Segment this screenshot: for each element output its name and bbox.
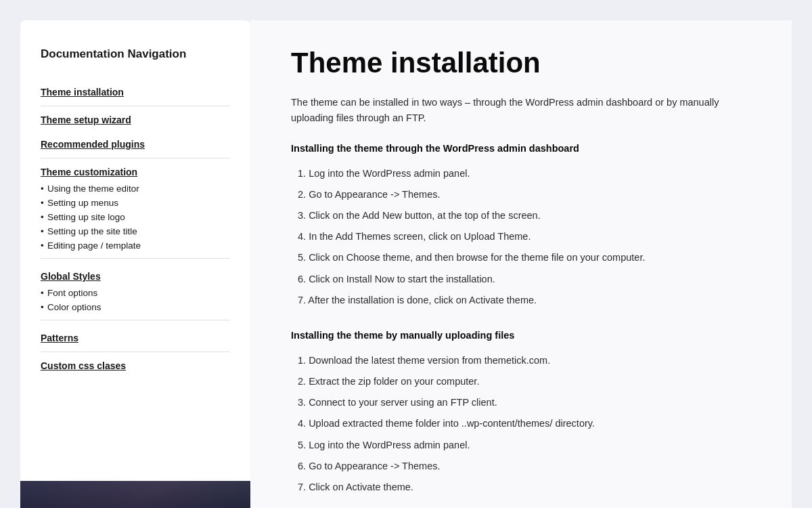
sub-item-site-logo[interactable]: Setting up site logo (41, 210, 230, 224)
intro-paragraph: The theme can be installed in two ways –… (291, 95, 738, 126)
list-item: Log into the WordPress admin panel. (298, 435, 758, 456)
section-heading-ftp: Installing the theme by manually uploadi… (291, 330, 758, 341)
page-title: Theme installation (291, 47, 758, 79)
nav-section-global-styles: Global Styles Font options Color options (41, 264, 230, 326)
list-item: Log into the WordPress admin panel. (298, 163, 758, 184)
sub-item-site-title[interactable]: Setting up the site title (41, 224, 230, 238)
list-item: After the installation is done, click on… (298, 290, 758, 311)
main-content: Theme installation The theme can be inst… (250, 20, 792, 508)
global-styles-sub-list: Font options Color options (41, 286, 230, 318)
ftp-steps-list: Download the latest theme version from t… (291, 350, 758, 498)
list-item: Click on Choose theme, and then browse f… (298, 247, 758, 268)
sidebar-thumbnail: Still Have Questions? (20, 481, 250, 508)
list-item: Click on the Add New button, at the top … (298, 205, 758, 226)
list-item: In the Add Themes screen, click on Uploa… (298, 226, 758, 247)
nav-section-plugins: Recommended plugins (41, 132, 230, 158)
list-item: Extract the zip folder on your computer. (298, 371, 758, 392)
nav-section-setup: Theme setup wizard (41, 108, 230, 132)
sub-item-editing-page[interactable]: Editing page / template (41, 238, 230, 253)
sub-item-font-options[interactable]: Font options (41, 286, 230, 300)
list-item: Connect to your server using an FTP clie… (298, 392, 758, 413)
sidebar: Documentation Navigation Theme installat… (20, 20, 250, 481)
nav-link-recommended-plugins[interactable]: Recommended plugins (41, 132, 230, 156)
nav-section-customization: Theme customization Using the theme edit… (41, 160, 230, 264)
nav-section-patterns: Patterns (41, 326, 230, 352)
list-item: Go to Appearance -> Themes. (298, 456, 758, 477)
customization-sub-list: Using the theme editor Setting up menus … (41, 182, 230, 257)
sub-item-menus[interactable]: Setting up menus (41, 196, 230, 210)
nav-link-custom-css[interactable]: Custom css clases (41, 354, 230, 378)
admin-steps-list: Log into the WordPress admin panel. Go t… (291, 163, 758, 311)
list-item: Click on Install Now to start the instal… (298, 269, 758, 290)
list-item: Upload extracted theme folder into ..wp-… (298, 413, 758, 434)
nav-link-theme-installation[interactable]: Theme installation (41, 80, 230, 104)
nav-link-theme-setup-wizard[interactable]: Theme setup wizard (41, 108, 230, 132)
section-heading-admin: Installing the theme through the WordPre… (291, 143, 758, 154)
nav-section-installation: Theme installation (41, 80, 230, 106)
list-item: Download the latest theme version from t… (298, 350, 758, 371)
nav-link-theme-customization[interactable]: Theme customization (41, 160, 230, 182)
list-item: Go to Appearance -> Themes. (298, 184, 758, 205)
nav-link-global-styles[interactable]: Global Styles (41, 264, 230, 286)
section-admin-dashboard: Installing the theme through the WordPre… (291, 143, 758, 311)
sub-item-theme-editor[interactable]: Using the theme editor (41, 182, 230, 196)
sub-item-color-options[interactable]: Color options (41, 300, 230, 314)
list-item: Click on Activate theme. (298, 477, 758, 498)
section-ftp-upload: Installing the theme by manually uploadi… (291, 330, 758, 498)
nav-link-patterns[interactable]: Patterns (41, 326, 230, 350)
nav-section-custom-css: Custom css clases (41, 354, 230, 378)
sidebar-title: Documentation Navigation (41, 47, 230, 61)
